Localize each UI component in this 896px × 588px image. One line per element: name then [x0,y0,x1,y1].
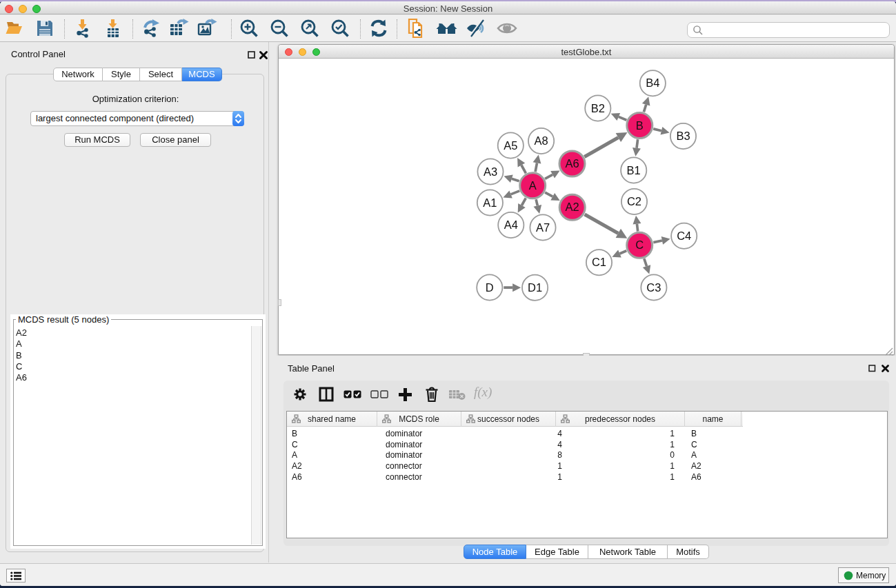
svg-text:A5: A5 [504,139,517,152]
svg-text:C3: C3 [646,281,661,294]
svg-text:A6: A6 [565,157,579,170]
svg-text:A1: A1 [483,196,497,209]
svg-text:A7: A7 [536,221,550,234]
svg-text:B1: B1 [627,164,641,176]
svg-text:A2: A2 [566,201,579,213]
svg-text:C: C [635,239,644,251]
svg-text:D: D [486,281,494,294]
svg-text:B: B [636,119,644,132]
svg-text:B2: B2 [591,102,605,114]
svg-text:D1: D1 [528,281,542,294]
svg-text:C2: C2 [627,195,641,207]
svg-text:B4: B4 [646,77,659,89]
svg-text:A4: A4 [504,219,518,231]
svg-text:A3: A3 [484,165,497,178]
svg-text:C1: C1 [592,256,606,268]
svg-text:A8: A8 [535,134,548,147]
svg-text:C4: C4 [677,230,691,242]
svg-text:B3: B3 [676,130,690,142]
svg-text:A: A [529,179,537,192]
